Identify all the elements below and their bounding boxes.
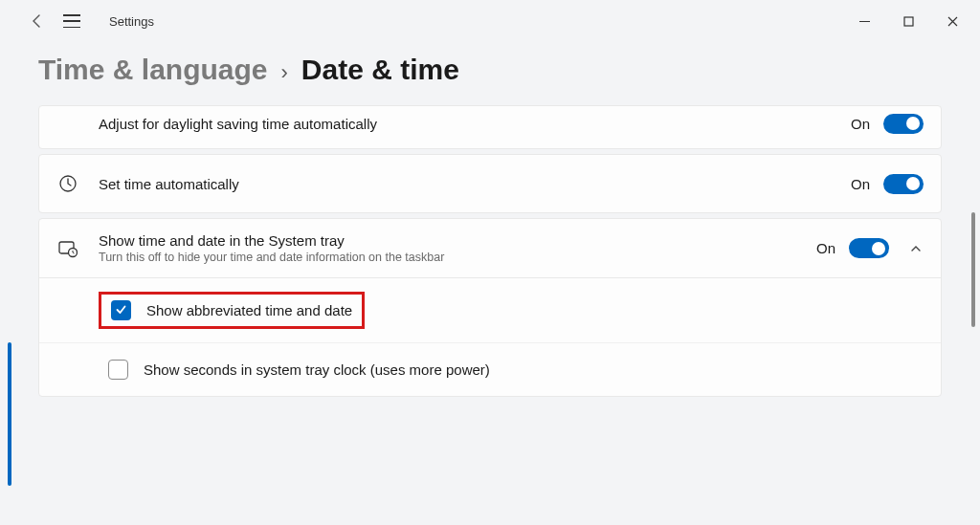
breadcrumb: Time & language › Date & time (0, 42, 980, 105)
taskbar-clock-icon (56, 237, 79, 260)
app-title: Settings (109, 14, 154, 29)
systray-subrows: Show abbreviated time and date Show seco… (39, 277, 941, 396)
maximize-button[interactable] (886, 6, 930, 36)
setting-card-dst: Adjust for daylight saving time automati… (38, 105, 942, 149)
breadcrumb-separator-icon: › (281, 60, 288, 85)
minimize-button[interactable] (842, 6, 886, 36)
clock-icon (56, 172, 79, 195)
back-icon[interactable] (29, 12, 46, 30)
setting-card-set-auto: Set time automatically On (38, 154, 942, 213)
toggle-switch[interactable] (883, 174, 924, 194)
accent-indicator (8, 342, 11, 486)
subrow-seconds: Show seconds in system tray clock (uses … (39, 342, 941, 396)
chevron-up-icon[interactable] (908, 241, 924, 256)
breadcrumb-current: Date & time (301, 54, 459, 86)
svg-rect-1 (904, 17, 913, 26)
setting-card-systray: Show time and date in the System tray Tu… (38, 218, 942, 397)
scrollbar-thumb[interactable] (971, 212, 975, 327)
breadcrumb-parent[interactable]: Time & language (38, 54, 268, 86)
setting-label: Set time automatically (99, 176, 851, 192)
setting-sublabel: Turn this off to hide your time and date… (99, 251, 816, 264)
toggle-state-text: On (851, 116, 870, 132)
blank-icon (56, 112, 79, 135)
setting-label: Adjust for daylight saving time automati… (99, 116, 851, 132)
toggle-switch[interactable] (883, 114, 924, 134)
settings-content: Adjust for daylight saving time automati… (0, 105, 980, 397)
subrow-abbreviated: Show abbreviated time and date (39, 278, 941, 342)
toggle-state-text: On (851, 176, 870, 192)
checkbox-seconds[interactable] (108, 360, 128, 380)
menu-icon[interactable] (63, 12, 80, 30)
setting-label: Show time and date in the System tray (99, 232, 816, 249)
title-bar: Settings (0, 0, 980, 42)
checkbox-label: Show abbreviated time and date (146, 302, 352, 318)
toggle-state-text: On (816, 240, 835, 256)
toggle-switch[interactable] (849, 238, 889, 258)
checkbox-label: Show seconds in system tray clock (uses … (144, 361, 490, 378)
close-button[interactable] (930, 6, 974, 36)
scrollbar[interactable] (969, 117, 978, 480)
highlight-box: Show abbreviated time and date (99, 292, 365, 329)
check-icon (115, 303, 127, 318)
setting-row-systray[interactable]: Show time and date in the System tray Tu… (39, 219, 941, 277)
checkbox-abbreviated[interactable] (111, 300, 131, 320)
